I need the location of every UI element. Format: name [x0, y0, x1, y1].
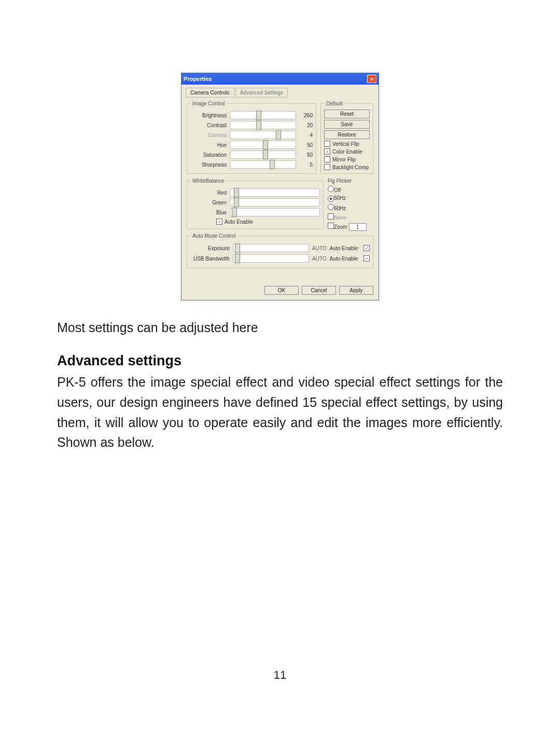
red-slider[interactable] [230, 188, 320, 197]
hue-value: 50 [299, 142, 313, 148]
auto-mode-legend: Auto Mode Control [190, 233, 237, 239]
exposure-auto-text: AUTO [312, 245, 327, 251]
default-group: Default Reset Save Restore Vertical Flip… [320, 101, 373, 174]
dialog-title: Properties [184, 76, 212, 82]
wb-auto-checkbox[interactable]: ✓Auto Enable [216, 218, 320, 225]
exposure-slider[interactable] [233, 244, 309, 252]
apply-button[interactable]: Apply [339, 286, 373, 295]
brightness-slider[interactable] [230, 111, 296, 119]
backlight-checkbox[interactable]: Backlight Comp [324, 164, 370, 170]
caption-text: Most settings can be adjusted here [57, 320, 503, 335]
wb-legend: WhiteBalance [190, 178, 227, 184]
gamma-value: 4 [299, 132, 313, 138]
cancel-button[interactable]: Cancel [302, 286, 336, 295]
gamma-slider[interactable] [230, 131, 296, 139]
usb-auto-checkbox[interactable]: Auto Enable ✓ [330, 255, 370, 262]
saturation-label: Saturation [190, 152, 227, 158]
contrast-slider[interactable] [230, 121, 296, 129]
contrast-value: 20 [299, 122, 313, 128]
save-button[interactable]: Save [324, 120, 370, 129]
image-control-group: Image Control Brightness260 Contrast20 G… [187, 101, 316, 174]
flicker-legend: Flg Flicker [328, 178, 373, 184]
brightness-value: 260 [299, 113, 313, 118]
brightness-label: Brightness [190, 113, 227, 118]
vertical-flip-checkbox[interactable]: Vertical Flip [324, 141, 370, 147]
saturation-slider[interactable] [230, 150, 296, 159]
contrast-label: Contrast [190, 122, 227, 128]
blue-slider[interactable] [230, 208, 320, 216]
page-number: 11 [0, 668, 560, 682]
reset-button[interactable]: Reset [324, 110, 370, 118]
properties-dialog: Properties ✕ Camera Controls Advanced Se… [181, 73, 379, 300]
red-label: Red [190, 190, 227, 196]
image-control-legend: Image Control [190, 101, 227, 106]
blue-label: Blue [190, 210, 227, 215]
close-icon[interactable]: ✕ [367, 75, 376, 83]
usb-slider[interactable] [233, 254, 309, 263]
usb-auto-text: AUTO [312, 256, 327, 262]
flicker-none-checkbox: None [328, 213, 373, 221]
exposure-label: Exposure [190, 245, 230, 251]
usb-label: USB Bandwidth [190, 256, 230, 262]
gamma-label: Gamma [190, 132, 227, 138]
hue-label: Hue [190, 142, 227, 148]
zoom-checkbox[interactable]: Zoom1 [328, 223, 373, 231]
saturation-value: 50 [299, 152, 313, 158]
section-heading: Advanced settings [57, 353, 503, 369]
zoom-value[interactable]: 1 [349, 223, 367, 231]
sharpness-slider[interactable] [230, 160, 296, 169]
sharpness-label: Sharpness [190, 162, 227, 168]
restore-button[interactable]: Restore [324, 130, 370, 139]
hue-slider[interactable] [230, 141, 296, 149]
tab-camera-controls[interactable]: Camera Controls [186, 88, 234, 98]
flicker-off-radio[interactable]: Off [328, 186, 373, 193]
color-enable-checkbox[interactable]: ✓Color Enable [324, 148, 370, 155]
sharpness-value: 5 [299, 162, 313, 168]
flicker-group: Flg Flicker Off 50Hz 60Hz None Zoom1 [328, 178, 373, 233]
exposure-auto-checkbox[interactable]: Auto Enable ✓ [330, 245, 370, 251]
mirror-flip-checkbox[interactable]: Mirror Flip [324, 156, 370, 162]
green-label: Green [190, 200, 227, 206]
flicker-60hz-radio[interactable]: 60Hz [328, 204, 373, 211]
default-legend: Default [324, 101, 345, 106]
green-slider[interactable] [230, 198, 320, 207]
tab-advanced-settings[interactable]: Advanced Settings [235, 88, 288, 98]
body-text: PK-5 offers the image special effect and… [57, 372, 503, 453]
ok-button[interactable]: OK [264, 286, 299, 295]
flicker-50hz-radio[interactable]: 50Hz [328, 195, 373, 202]
titlebar: Properties ✕ [181, 73, 379, 85]
whitebalance-group: WhiteBalance Red Green Blue ✓Auto Enable [187, 178, 324, 229]
auto-mode-group: Auto Mode Control Exposure AUTO Auto Ena… [187, 233, 373, 268]
